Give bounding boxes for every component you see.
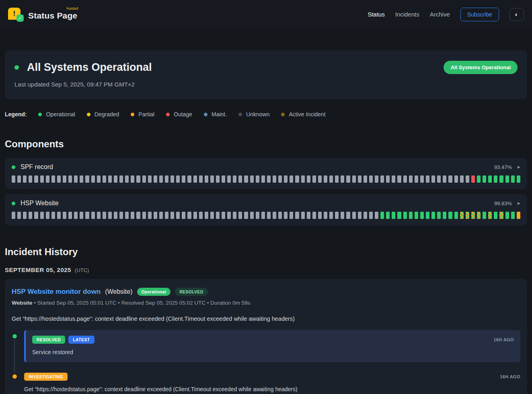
uptime-bar <box>290 175 293 183</box>
uptime-bar <box>238 175 242 183</box>
uptime-bar <box>380 212 384 219</box>
incident-meta-details: • Started Sep 05, 2025 05:01 UTC • Resol… <box>33 300 251 306</box>
component-status-dot <box>12 202 15 205</box>
uptime-bar <box>483 212 486 219</box>
uptime-bar <box>335 212 339 219</box>
uptime-bar <box>46 212 49 219</box>
uptime-bar <box>420 175 424 183</box>
uptime-bar <box>12 175 15 183</box>
uptime-bar <box>205 212 208 219</box>
incident-operational-badge: Operational <box>137 288 171 296</box>
component-name: HSP Website <box>21 200 59 207</box>
component-card-spf-record[interactable]: SPF record 93.47% ▶ <box>5 158 527 189</box>
latest-badge: LATEST <box>68 336 94 344</box>
uptime-bar <box>358 212 362 219</box>
uptime-bar <box>307 212 310 219</box>
latest-update-card: RESOLVED LATEST 16H AGO Service restored <box>24 330 520 362</box>
nav-status[interactable]: Status <box>368 11 385 18</box>
incident-title-row: HSP Website monitor down (Website) Opera… <box>12 288 520 296</box>
component-name: SPF record <box>21 163 53 171</box>
uptime-bar <box>346 175 350 183</box>
uptime-bar <box>244 175 248 183</box>
uptime-bar <box>63 175 66 183</box>
uptime-bar <box>63 212 66 219</box>
uptime-bar <box>114 212 117 219</box>
legend-item-label: Unknown <box>246 111 269 118</box>
uptime-bar <box>57 212 61 219</box>
uptime-bar <box>182 175 185 183</box>
uptime-bar <box>131 212 134 219</box>
uptime-bar <box>199 212 203 219</box>
resolved-status-dot <box>12 333 18 339</box>
contrast-icon: ◐ <box>515 11 518 18</box>
legend-item-label: Maint. <box>212 111 227 118</box>
uptime-bar <box>159 175 163 183</box>
subscribe-button[interactable]: Subscribe <box>460 8 499 21</box>
top-navigation-bar: ! ✓ hosted Status Page Status Incidents … <box>0 0 532 29</box>
legend-item-label: Outage <box>174 111 192 118</box>
uptime-bar <box>205 175 208 183</box>
incident-title-link[interactable]: HSP Website monitor down <box>12 288 101 296</box>
uptime-bar <box>284 175 288 183</box>
uptime-bar <box>29 175 32 183</box>
uptime-bar <box>267 175 271 183</box>
legend-item-outage: Outage <box>166 111 192 118</box>
uptime-bar <box>420 212 424 219</box>
uptime-bar <box>125 175 129 183</box>
uptime-bar <box>415 212 418 219</box>
expand-caret-icon[interactable]: ▶ <box>518 165 520 169</box>
uptime-bar <box>375 212 378 219</box>
uptime-bar <box>295 212 299 219</box>
uptime-bar <box>437 175 441 183</box>
uptime-bar <box>324 212 327 219</box>
uptime-bar <box>159 212 163 219</box>
uptime-bar <box>261 175 265 183</box>
uptime-bar <box>142 212 146 219</box>
uptime-bar <box>108 212 112 219</box>
degraded-dot-icon <box>87 113 90 116</box>
uptime-bar <box>409 175 413 183</box>
legend-item-partial: Partial <box>131 111 154 118</box>
nav-archive[interactable]: Archive <box>430 11 450 18</box>
component-uptime-percentage: 93.47% <box>494 164 512 170</box>
uptime-bar <box>103 175 106 183</box>
uptime-bar <box>80 175 83 183</box>
uptime-bar <box>12 212 15 219</box>
incident-date-timezone: (UTC) <box>75 267 89 273</box>
update-badge-row: INVESTIGATING 16H AGO <box>24 373 520 381</box>
uptime-bar <box>222 212 225 219</box>
uptime-bar <box>256 212 259 219</box>
unknown-dot-icon <box>238 113 242 116</box>
uptime-bar <box>483 175 486 183</box>
brand-name: Status Page <box>28 11 77 20</box>
uptime-bar <box>74 212 78 219</box>
incident-date-row: SEPTEMBER 05, 2025 (UTC) <box>5 266 527 273</box>
update-message: Service restored <box>32 349 514 355</box>
uptime-bar <box>517 212 520 219</box>
brand-text: hosted Status Page <box>28 8 77 21</box>
incident-meta-line: Website • Started Sep 05, 2025 05:01 UTC… <box>12 300 520 306</box>
uptime-bar <box>250 175 254 183</box>
partial-dot-icon <box>131 113 134 116</box>
uptime-bar <box>403 212 407 219</box>
uptime-bar <box>437 212 441 219</box>
uptime-bar <box>170 175 174 183</box>
uptime-bar <box>17 212 21 219</box>
nav-incidents[interactable]: Incidents <box>395 11 419 18</box>
update-message: Get “https://hostedstatus.page”: context… <box>24 386 520 392</box>
expand-caret-icon[interactable]: ▶ <box>518 201 520 205</box>
uptime-bar <box>369 175 373 183</box>
uptime-bar <box>119 212 123 219</box>
brand[interactable]: ! ✓ hosted Status Page <box>8 6 77 23</box>
uptime-bar <box>131 175 134 183</box>
incident-card: HSP Website monitor down (Website) Opera… <box>5 279 527 394</box>
theme-toggle-button[interactable]: ◐ <box>509 8 524 21</box>
uptime-bar <box>341 212 344 219</box>
uptime-bar <box>187 175 191 183</box>
component-card-hsp-website[interactable]: HSP Website 99.83% ▶ <box>5 194 527 225</box>
component-header: SPF record 93.47% ▶ <box>12 163 520 171</box>
incident-date: SEPTEMBER 05, 2025 <box>5 266 71 273</box>
uptime-bar <box>250 212 254 219</box>
uptime-bar <box>426 175 429 183</box>
uptime-bar <box>284 212 288 219</box>
